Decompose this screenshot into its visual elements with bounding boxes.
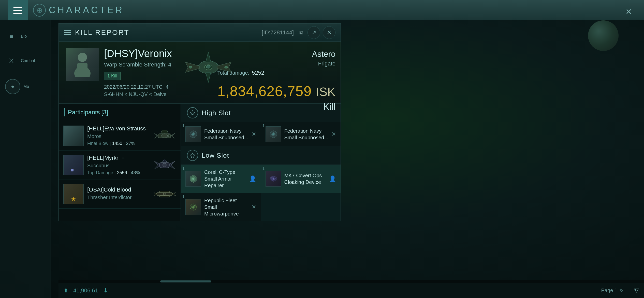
- participant-item[interactable]: [HELL]Eva Von Strauss Moros Final Blow |…: [59, 121, 181, 151]
- svg-point-26: [193, 206, 194, 208]
- destroy-icon-1[interactable]: ✕: [252, 131, 256, 138]
- kill-report-header: KILL REPORT [ID:7281144] ⧉ ↗ ✕: [59, 23, 341, 42]
- participant-item[interactable]: ★ [OSAI]Cold Blood Thrasher Interdictor: [59, 180, 181, 209]
- participant-avatar-2: [63, 155, 84, 175]
- module-item[interactable]: 1 Federation Navy Small Snubnosed... ✕: [261, 122, 341, 146]
- module-number: 1: [262, 124, 265, 128]
- participant-avatar-1: [63, 126, 84, 146]
- balance-display: 41,906.61: [73, 287, 98, 294]
- hamburger-icon: [13, 7, 22, 14]
- kill-report-actions: ↗ ✕: [308, 26, 335, 39]
- kill-report-id: [ID:7281144]: [262, 29, 294, 36]
- sidebar-item-bio[interactable]: ≡ Bio: [0, 25, 51, 47]
- participant-avatar-3: ★: [63, 184, 84, 204]
- module-name-2: Federation Navy Small Snubnosed...: [284, 128, 329, 141]
- destroy-icon-mwd[interactable]: ✕: [252, 204, 256, 210]
- svg-point-12: [162, 163, 167, 167]
- balance-arrow-up: ⬆: [64, 287, 68, 294]
- low-slot-icon: [187, 150, 198, 161]
- module-icon-armor: [185, 171, 201, 187]
- low-slot-title: Low Slot: [202, 152, 229, 159]
- high-slot-modules: 1 Federation Navy Small Snubnosed... ✕: [181, 122, 341, 146]
- module-number: 1: [262, 166, 265, 171]
- avatar-img-3: ★: [64, 184, 83, 204]
- module-name-armor: Coreli C-Type Small Armor Repairer: [204, 169, 246, 189]
- low-slot-modules: 1 Coreli C-Type Small Armor Repairer 👤: [181, 165, 341, 221]
- kill-type-label: Kill: [217, 101, 336, 112]
- svg-point-0: [78, 53, 87, 62]
- sidebar: ≡ Bio ⚔ Combat ★ Me: [0, 20, 51, 298]
- planet-decoration: [588, 20, 619, 51]
- participant-item[interactable]: [HELL]Myrkr ≡ Succubus Top Damage | 2559…: [59, 151, 181, 180]
- page-indicator: Page 1 ✎: [601, 288, 624, 294]
- sidebar-label-bio: Bio: [21, 34, 27, 39]
- participant-ship-img-3: [153, 186, 176, 202]
- page-label: Page 1: [601, 288, 617, 293]
- scroll-thumb[interactable]: [160, 280, 211, 282]
- module-icon-1: [185, 126, 201, 142]
- isk-row: 1,834,626,759 ISK: [217, 83, 336, 99]
- module-item[interactable]: 1 Republic Fleet Small Microwarpdrive: [181, 193, 261, 221]
- svg-point-20: [272, 133, 274, 135]
- app-logo: ⊕ CHARACTER: [33, 4, 124, 17]
- svg-point-5: [189, 66, 192, 68]
- module-name-mwd: Republic Fleet Small Microwarpdrive: [204, 197, 248, 217]
- avatar-img-2: [64, 155, 83, 175]
- participant-ship-3: Thrasher Interdictor: [87, 195, 150, 200]
- module-number: 1: [182, 166, 185, 171]
- module-number: 1: [182, 124, 185, 128]
- svg-rect-10: [168, 135, 170, 137]
- participant-name-2: [HELL]Myrkr ≡: [87, 155, 150, 161]
- svg-rect-14: [159, 191, 170, 193]
- bio-icon: ≡: [5, 30, 18, 43]
- external-icon: ↗: [312, 29, 316, 36]
- module-name-1: Federation Navy Small Snubnosed...: [204, 128, 248, 141]
- me-icon: ★: [5, 79, 20, 94]
- close-icon: ✕: [327, 29, 331, 36]
- bottom-bar: ⬆ 41,906.61 ⬇ Page 1 ✎ ⧨: [58, 283, 644, 298]
- sidebar-label-combat: Combat: [21, 59, 35, 63]
- filter-icon: ⧨: [634, 287, 639, 294]
- filter-button[interactable]: ⧨: [634, 287, 639, 294]
- star-badge: ★: [71, 196, 76, 202]
- participants-header: Participants [3]: [59, 104, 181, 121]
- page-edit-icon[interactable]: ✎: [619, 288, 624, 294]
- kill-report-copy-icon[interactable]: ⧉: [299, 29, 303, 36]
- top-bar: ⊕ CHARACTER ×: [0, 0, 644, 20]
- low-slot-header: Low Slot: [181, 146, 341, 165]
- damage-label: Total damage:: [217, 70, 250, 76]
- module-name-cloak: MK7 Covert Ops Cloaking Device: [284, 172, 326, 185]
- module-item[interactable]: 1 Federation Navy Small Snubnosed... ✕: [181, 122, 261, 146]
- destroy-icon-2[interactable]: ✕: [331, 131, 336, 138]
- svg-point-18: [192, 133, 194, 135]
- character-avatar: [66, 48, 99, 81]
- module-icon-mwd: [185, 199, 201, 215]
- kill-content: Participants [3] [HELL]Eva Von Strauss M…: [59, 104, 341, 221]
- sidebar-item-combat[interactable]: ⚔ Combat: [0, 50, 51, 72]
- sidebar-item-me[interactable]: ★ Me: [0, 74, 51, 99]
- svg-point-7: [206, 65, 210, 68]
- participant-stats-2: Top Damage | 2559 | 48%: [87, 170, 150, 175]
- close-app-button[interactable]: ×: [621, 4, 636, 19]
- avatar-img-1: [64, 126, 83, 146]
- ship-class: Frigate: [217, 60, 336, 67]
- module-item[interactable]: 1 MK7 Covert Ops Cloaking Device �: [261, 165, 341, 193]
- main-menu-button[interactable]: [8, 0, 28, 20]
- close-report-button[interactable]: ✕: [323, 26, 335, 39]
- damage-value: 5252: [252, 70, 264, 76]
- ship-name: Astero: [217, 49, 336, 59]
- combat-icon: ⚔: [5, 55, 18, 67]
- participant-name-1: [HELL]Eva Von Strauss: [87, 125, 150, 132]
- app-title: CHARACTER: [49, 5, 124, 16]
- kill-report-menu-icon[interactable]: [64, 30, 71, 35]
- svg-rect-15: [159, 196, 170, 197]
- person-icon-armor: 👤: [249, 175, 256, 182]
- svg-point-16: [163, 193, 166, 195]
- participant-ship-1: Moros: [87, 133, 150, 139]
- participant-stats-1: Final Blow | 1450 | 27%: [87, 141, 150, 146]
- module-item[interactable]: 1 Coreli C-Type Small Armor Repairer 👤: [181, 165, 261, 193]
- external-link-button[interactable]: ↗: [308, 26, 320, 39]
- damage-row: Total damage: 5252: [217, 70, 336, 80]
- participant-ship-2: Succubus: [87, 163, 150, 169]
- module-icon-cloak: [266, 171, 281, 187]
